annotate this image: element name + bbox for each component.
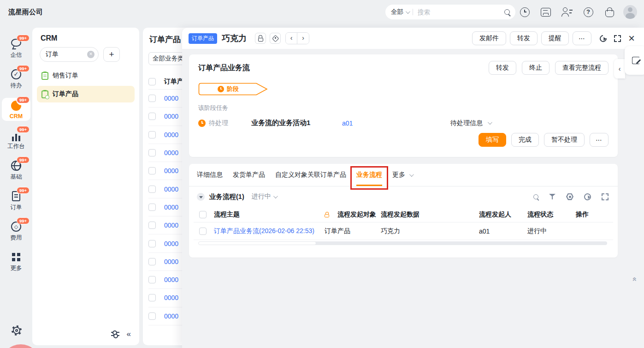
crm-nav-search-input[interactable] bbox=[46, 51, 83, 58]
table-fullscreen-icon[interactable] bbox=[602, 193, 609, 200]
col-object: 流程发起对象 bbox=[337, 210, 381, 219]
crm-nav-item[interactable]: 销售订单 bbox=[37, 67, 135, 84]
row-checkbox[interactable] bbox=[148, 131, 156, 138]
global-search[interactable]: 全部 bbox=[385, 5, 515, 19]
row-checkbox[interactable] bbox=[148, 149, 156, 156]
order-product-link[interactable]: 0000 bbox=[164, 204, 178, 211]
table-select-all-checkbox[interactable] bbox=[199, 211, 207, 218]
sidebar-item-icon bbox=[10, 251, 22, 263]
sidebar-item[interactable]: 99+ 费用 bbox=[2, 220, 30, 243]
refresh-icon[interactable] bbox=[598, 33, 608, 43]
crm-nav-search[interactable] bbox=[40, 47, 99, 62]
scrollbar-thumb[interactable] bbox=[198, 241, 316, 245]
order-product-link[interactable]: 0000 bbox=[164, 276, 178, 283]
row-checkbox[interactable] bbox=[148, 312, 156, 320]
add-object-button[interactable]: + bbox=[103, 47, 120, 62]
row-checkbox[interactable] bbox=[148, 222, 156, 229]
order-product-link[interactable]: 0000 bbox=[164, 149, 178, 156]
table-search-icon[interactable] bbox=[533, 194, 538, 199]
detail-tab[interactable]: 详细信息 bbox=[197, 164, 223, 186]
tag-button[interactable] bbox=[270, 33, 281, 44]
forward-button[interactable]: 转发 bbox=[510, 31, 538, 45]
order-product-link[interactable]: 0000 bbox=[164, 258, 178, 265]
task-more-button[interactable]: ⋯ bbox=[590, 133, 609, 147]
order-product-link[interactable]: 0000 bbox=[164, 312, 178, 320]
tab-more-dropdown[interactable]: 更多 bbox=[392, 171, 413, 179]
row-checkbox[interactable] bbox=[199, 228, 207, 235]
column-settings-icon[interactable] bbox=[566, 193, 573, 200]
row-checkbox[interactable] bbox=[148, 276, 156, 283]
sliders-settings-icon[interactable] bbox=[111, 330, 119, 338]
row-checkbox[interactable] bbox=[148, 240, 156, 247]
flow-terminate-button[interactable]: 终止 bbox=[522, 61, 549, 75]
filter-icon[interactable] bbox=[549, 193, 555, 200]
select-all-checkbox[interactable] bbox=[148, 78, 156, 85]
row-checkbox[interactable] bbox=[148, 186, 156, 193]
collapse-panel-icon[interactable]: « bbox=[127, 330, 131, 338]
order-product-link[interactable]: 0000 bbox=[164, 294, 178, 301]
send-mail-button[interactable]: 发邮件 bbox=[472, 31, 506, 45]
order-product-link[interactable]: 0000 bbox=[164, 167, 178, 174]
close-icon[interactable]: × bbox=[628, 35, 635, 42]
flow-section-header: 业务流程(1) 进行中 bbox=[189, 186, 618, 207]
remind-button[interactable]: 提醒 bbox=[541, 31, 569, 45]
row-checkbox[interactable] bbox=[148, 113, 156, 120]
clear-search-icon[interactable] bbox=[87, 51, 95, 58]
detail-tab[interactable]: 自定义对象关联订单产品 bbox=[275, 164, 346, 186]
row-checkbox[interactable] bbox=[148, 95, 156, 102]
contacts-icon[interactable] bbox=[561, 7, 573, 17]
order-product-link[interactable]: 0000 bbox=[164, 113, 178, 120]
crm-nav-item[interactable]: 订单产品 bbox=[37, 86, 135, 102]
sidebar-item[interactable]: 99+ 企信 bbox=[2, 37, 30, 60]
flow-subject-link[interactable]: 订单产品业务流(2026-02-06 22:53) bbox=[214, 227, 325, 235]
flow-forward-button[interactable]: 转发 bbox=[489, 61, 516, 75]
table-refresh-icon[interactable] bbox=[583, 192, 592, 201]
user-avatar[interactable] bbox=[623, 5, 637, 19]
sidebar-item[interactable]: 99+ 待办 bbox=[2, 67, 30, 90]
order-product-link[interactable]: 0000 bbox=[164, 240, 178, 247]
fill-button[interactable]: 填写 bbox=[479, 133, 506, 147]
search-scope[interactable]: 全部 bbox=[391, 8, 403, 16]
collapse-flow-icon[interactable]: « bbox=[631, 277, 639, 282]
row-checkbox[interactable] bbox=[148, 204, 156, 211]
detail-tab[interactable]: 发货单产品 bbox=[233, 164, 265, 186]
sidebar-item[interactable]: 99+ 工作台 bbox=[2, 128, 30, 151]
order-product-link[interactable]: 0000 bbox=[164, 131, 178, 138]
pending-info-dropdown[interactable]: 待处理信息 bbox=[450, 119, 609, 127]
scrollbar-track[interactable] bbox=[313, 241, 607, 245]
sidebar-item[interactable]: 99+ CRM bbox=[2, 98, 30, 121]
fullscreen-icon[interactable] bbox=[614, 35, 621, 42]
complete-button[interactable]: 完成 bbox=[511, 133, 539, 147]
sidebar-item[interactable]: 99+ 基础 bbox=[2, 159, 30, 182]
order-product-link[interactable]: 0000 bbox=[164, 222, 178, 229]
order-product-link[interactable]: 0000 bbox=[164, 186, 178, 193]
history-clock-icon[interactable] bbox=[520, 7, 530, 17]
help-icon[interactable] bbox=[584, 7, 593, 17]
row-checkbox[interactable] bbox=[148, 258, 156, 265]
flow-status-filter[interactable]: 进行中 bbox=[252, 192, 277, 201]
sidebar-item[interactable]: 更多 bbox=[2, 250, 30, 273]
next-record-button[interactable]: › bbox=[297, 33, 309, 44]
col-subject: 流程主题 bbox=[214, 210, 325, 219]
order-product-link[interactable]: 0000 bbox=[164, 95, 178, 102]
collapse-section-icon[interactable] bbox=[197, 193, 205, 201]
app-store-bag-icon[interactable] bbox=[605, 10, 614, 17]
search-input[interactable] bbox=[418, 9, 504, 16]
prev-record-button[interactable]: ‹ bbox=[286, 33, 297, 44]
sidebar-item[interactable]: 99+ 订单 bbox=[2, 189, 30, 212]
expand-side-panel-button[interactable]: ‹ bbox=[614, 59, 625, 78]
detail-tab[interactable]: 业务流程 bbox=[356, 164, 382, 186]
task-assignee-link[interactable]: a01 bbox=[342, 120, 450, 127]
message-icon[interactable] bbox=[541, 8, 551, 17]
search-icon[interactable] bbox=[504, 9, 510, 15]
view-full-flow-button[interactable]: 查看完整流程 bbox=[555, 61, 609, 75]
settings-gear-icon[interactable] bbox=[12, 325, 22, 336]
sidebar-item-label: 工作台 bbox=[7, 143, 25, 150]
note-fab[interactable] bbox=[625, 46, 644, 75]
stage-indicator[interactable]: 阶段 bbox=[198, 83, 268, 96]
row-checkbox[interactable] bbox=[148, 294, 156, 301]
defer-button[interactable]: 暂不处理 bbox=[544, 133, 585, 147]
row-checkbox[interactable] bbox=[148, 167, 156, 174]
more-actions-button[interactable]: ⋯ bbox=[573, 31, 591, 45]
lock-button[interactable] bbox=[255, 33, 266, 44]
